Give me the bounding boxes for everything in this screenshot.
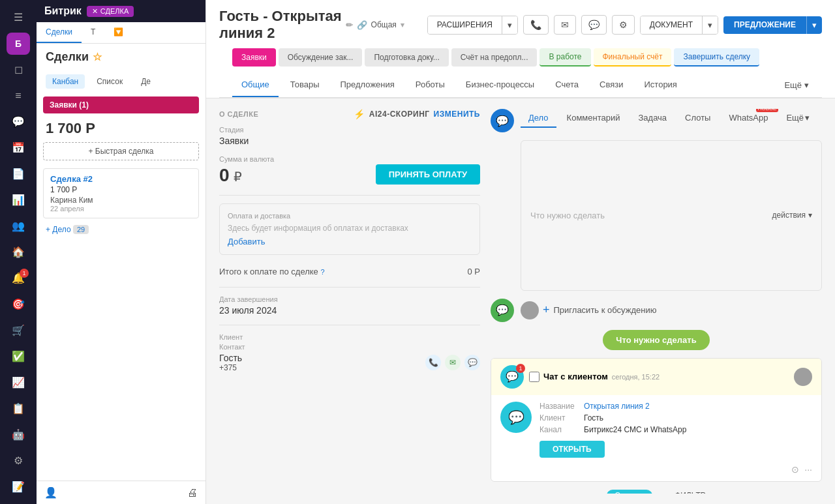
link-icon[interactable]: 🔗 bbox=[357, 20, 367, 30]
sidebar-bitrix-logo[interactable]: Б bbox=[7, 33, 30, 55]
rasshireniya-button[interactable]: РАСШИРЕНИЯ bbox=[428, 16, 502, 34]
sidebar-notes[interactable]: 📝 bbox=[7, 475, 30, 497]
user-avatar bbox=[521, 301, 539, 319]
deal-card[interactable]: Сделка #2 1 700 Р Карина Ким 22 апреля bbox=[43, 168, 199, 218]
stage-finalny-schet[interactable]: Финальный счёт bbox=[594, 48, 672, 67]
footer-icon-2[interactable]: 🖨 bbox=[187, 487, 198, 499]
tab-t[interactable]: Т bbox=[82, 22, 104, 43]
sidebar-chat[interactable]: 💬 bbox=[7, 111, 30, 133]
predlozhenie-chevron[interactable]: ▾ bbox=[806, 16, 822, 34]
total-hint-icon[interactable]: ? bbox=[320, 268, 324, 276]
document-button[interactable]: ДОКУМЕНТ bbox=[641, 16, 702, 34]
activity-tab-kommentariy[interactable]: Комментарий bbox=[559, 109, 628, 128]
stage-obsuzhdenie[interactable]: Обсуждение зак... bbox=[279, 48, 363, 67]
sidebar-tasks[interactable]: ✅ bbox=[7, 345, 30, 367]
chat-checkbox[interactable] bbox=[529, 372, 539, 382]
tab-expand[interactable]: 🔽 bbox=[104, 22, 132, 43]
add-delo-button[interactable]: + Дело 29 bbox=[37, 221, 205, 238]
rasshireniya-chevron[interactable]: ▾ bbox=[502, 16, 517, 34]
name-label: Название bbox=[539, 402, 579, 411]
invite-area[interactable]: + Пригласить к обсуждению bbox=[521, 301, 656, 319]
sidebar-chart[interactable]: 📊 bbox=[7, 189, 30, 211]
chat-button[interactable]: 💬 bbox=[581, 15, 607, 35]
close-icon: ✕ bbox=[92, 7, 98, 16]
accept-payment-button[interactable]: ПРИНЯТЬ ОПЛАТУ bbox=[376, 164, 480, 185]
tab-scheta[interactable]: Счета bbox=[546, 73, 588, 97]
todo-button[interactable]: Что нужно сделать bbox=[603, 330, 709, 350]
document-chevron[interactable]: ▾ bbox=[702, 16, 718, 34]
contact-email-button[interactable]: ✉ bbox=[445, 355, 461, 370]
sidebar-target[interactable]: 🎯 bbox=[7, 293, 30, 315]
sidebar-cart[interactable]: 🛒 bbox=[7, 319, 30, 341]
activity-tab-more[interactable]: Ещё ▾ bbox=[778, 109, 817, 128]
stage-zaявки[interactable]: Заявки bbox=[232, 48, 276, 67]
add-payment-link[interactable]: Добавить bbox=[228, 237, 265, 246]
sidebar-crm[interactable]: 👥 bbox=[7, 215, 30, 237]
tab-roboty[interactable]: Роботы bbox=[406, 73, 454, 97]
sidebar-docs[interactable]: 📄 bbox=[7, 163, 30, 185]
stage-v-rabote[interactable]: В работе bbox=[539, 48, 590, 67]
client-value: Гость bbox=[584, 413, 603, 422]
change-label[interactable]: изменить bbox=[434, 110, 480, 119]
edit-icon[interactable]: ✏ bbox=[346, 20, 353, 30]
sidebar-notifications[interactable]: 🔔 1 bbox=[7, 267, 30, 289]
activity-input[interactable]: Что нужно сделать действия ▾ bbox=[521, 140, 822, 291]
contact-phone-button[interactable]: 📞 bbox=[425, 355, 441, 370]
sidebar-analytics[interactable]: 📈 bbox=[7, 371, 30, 393]
contact-chat-button[interactable]: 💬 bbox=[464, 355, 480, 370]
actions-dropdown[interactable]: действия ▾ bbox=[772, 211, 812, 220]
more-icon[interactable]: ··· bbox=[804, 464, 812, 475]
group-chevron[interactable]: ▾ bbox=[401, 21, 404, 29]
settings-button[interactable]: ⚙ bbox=[612, 15, 635, 35]
sidebar-home[interactable]: 🏠 bbox=[7, 241, 30, 263]
group-label[interactable]: Общая bbox=[371, 20, 397, 29]
tab-biznes-processy[interactable]: Бизнес-процессы bbox=[457, 73, 543, 97]
add-user-icon[interactable]: + bbox=[543, 303, 550, 317]
tab-sdelki[interactable]: Сделки bbox=[37, 22, 82, 43]
zaявки-section[interactable]: Заявки (1) bbox=[43, 96, 199, 113]
activity-tab-zadacha[interactable]: Задача bbox=[630, 109, 675, 128]
sidebar-reports[interactable]: 📋 bbox=[7, 397, 30, 419]
tab-svyazi[interactable]: Связи bbox=[590, 73, 632, 97]
scroll-area: 💬 1 Чат с клиентом сегодня, 15:22 bbox=[491, 358, 822, 494]
name-value[interactable]: Открытая линия 2 bbox=[584, 402, 650, 411]
tab-predlozheniya[interactable]: Предложения bbox=[331, 73, 403, 97]
sidebar-calendar[interactable]: 📅 bbox=[7, 137, 30, 159]
sdelka-badge[interactable]: ✕ СДЕЛКА bbox=[87, 6, 134, 17]
email-button[interactable]: ✉ bbox=[554, 15, 576, 35]
tab-istoriya[interactable]: История bbox=[635, 73, 686, 97]
bitrix-logo: Битрик bbox=[44, 5, 82, 17]
sidebar-dashboard[interactable]: ◻ bbox=[7, 59, 30, 81]
tab-more[interactable]: Ещё ▾ bbox=[784, 74, 809, 96]
stage-zavershit[interactable]: Завершить сделку bbox=[674, 48, 759, 67]
sidebar-list[interactable]: ≡ bbox=[7, 85, 30, 107]
footer-icon-1[interactable]: 👤 bbox=[44, 486, 57, 499]
open-chat-button[interactable]: ОТКРЫТЬ bbox=[539, 441, 605, 458]
activity-tab-delo[interactable]: Дело bbox=[521, 109, 556, 128]
sidebar-robot[interactable]: 🤖 bbox=[7, 423, 30, 445]
filter-row[interactable]: ▼ ФИЛЬТР bbox=[663, 491, 706, 494]
activity-tab-sloty[interactable]: Слоты bbox=[677, 109, 718, 128]
sidebar-settings[interactable]: ⚙ bbox=[7, 449, 30, 471]
tab-obshie[interactable]: Общие bbox=[232, 73, 279, 97]
page-title-text: Гость - Открытаялиния 2 bbox=[219, 8, 342, 42]
sidebar-menu[interactable]: ☰ bbox=[7, 7, 30, 29]
copy-icon[interactable]: ⊙ bbox=[791, 464, 799, 475]
kanban-view[interactable]: Канбан bbox=[46, 74, 85, 89]
deal-card-date: 22 апреля bbox=[50, 205, 192, 213]
list-view[interactable]: Список bbox=[90, 74, 129, 89]
ai-scoring[interactable]: ⚡ AI24-скоринг изменить bbox=[354, 109, 480, 119]
other-view[interactable]: Де bbox=[134, 74, 157, 89]
contact-label: Контакт bbox=[219, 343, 480, 351]
input-placeholder: Что нужно сделать bbox=[530, 211, 605, 220]
stage-value: Заявки bbox=[219, 136, 480, 146]
delo-count: 29 bbox=[73, 225, 89, 234]
quick-deal-button[interactable]: + Быстрая сделка bbox=[43, 142, 199, 160]
predlozhenie-button[interactable]: ПРЕДЛОЖЕНИЕ bbox=[723, 16, 806, 34]
activity-tab-whatsapp[interactable]: НОВОЕ WhatsApp bbox=[721, 109, 776, 128]
tab-tovary[interactable]: Товары bbox=[281, 73, 329, 97]
stage-schet-predopl[interactable]: Счёт на предопл... bbox=[451, 48, 538, 67]
phone-button[interactable]: 📞 bbox=[523, 15, 549, 35]
star-icon[interactable]: ☆ bbox=[93, 51, 102, 63]
stage-podgotovka[interactable]: Подготовка доку... bbox=[365, 48, 448, 67]
